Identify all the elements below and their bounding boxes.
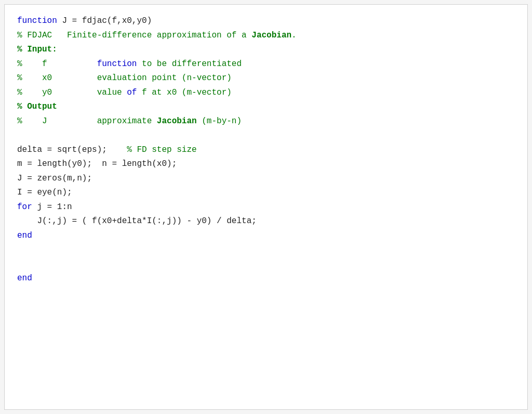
comment-fd: % FD step size — [127, 145, 196, 154]
line-1: function J = fdjac(f,x0,y0) — [17, 14, 515, 29]
keyword-of: of — [127, 88, 137, 97]
comment-input-label: % Input: — [17, 45, 57, 54]
code-block: function J = fdjac(f,x0,y0) % FDJAC Fini… — [17, 14, 515, 286]
comment-f-sym: % f — [17, 59, 97, 69]
comment-y0-pre: % y0 value — [17, 88, 127, 97]
line-11: m = length(y0); n = length(x0); — [17, 157, 515, 172]
line-14: for j = 1:n — [17, 200, 515, 215]
line-12: J = zeros(m,n); — [17, 172, 515, 186]
blank-1 — [17, 128, 515, 143]
keyword-end-1: end — [17, 231, 32, 240]
line-10: delta = sqrt(eps); % FD step size — [17, 143, 515, 158]
keyword-function-2: function — [97, 59, 137, 69]
comment-j-pre: % J approximate — [17, 117, 157, 126]
line-13: I = eye(n); — [17, 186, 515, 200]
code-mn: m = length(y0); n = length(x0); — [17, 159, 177, 169]
comment-bold-1: Jacobian — [251, 31, 291, 40]
keyword-for: for — [17, 202, 32, 212]
code-j-assign: J(:,j) = ( f(x0+delta*I(:,j)) - y0) / de… — [17, 216, 257, 226]
comment-x0: % x0 evaluation point (n-vector) — [17, 73, 232, 83]
code-j-zeros: J = zeros(m,n); — [17, 174, 92, 183]
line-8: % J approximate Jacobian (m-by-n) — [17, 114, 515, 129]
line-19: end — [17, 271, 515, 286]
keyword-end-2: end — [17, 274, 32, 283]
line-5: % x0 evaluation point (n-vector) — [17, 71, 515, 86]
line-16: end — [17, 229, 515, 243]
keyword-function: function — [17, 16, 57, 25]
code-for-expr: j = 1:n — [32, 202, 72, 212]
comment-j-post: (m-by-n) — [197, 117, 242, 126]
line-6: % y0 value of f at x0 (m-vector) — [17, 86, 515, 100]
code-i-eye: I = eye(n); — [17, 188, 72, 197]
code-container: function J = fdjac(f,x0,y0) % FDJAC Fini… — [4, 4, 528, 410]
comment-f-desc: to be differentiated — [137, 59, 242, 69]
line-15: J(:,j) = ( f(x0+delta*I(:,j)) - y0) / de… — [17, 214, 515, 229]
line-7: % Output — [17, 100, 515, 114]
comment-output-label: % Output — [17, 102, 57, 111]
blank-3 — [17, 257, 515, 272]
line-4: % f function to be differentiated — [17, 57, 515, 72]
code-text: J = fdjac(f,x0,y0) — [57, 16, 152, 25]
line-3: % Input: — [17, 43, 515, 57]
code-delta: delta = sqrt(eps); — [17, 145, 127, 154]
comment-1: % FDJAC Finite-difference approximation … — [17, 31, 251, 40]
comment-y0-post: f at x0 (m-vector) — [137, 88, 231, 97]
comment-j-jacobian: Jacobian — [157, 117, 197, 126]
comment-1b: . — [291, 31, 297, 40]
blank-2 — [17, 243, 515, 257]
line-2: % FDJAC Finite-difference approximation … — [17, 29, 515, 43]
